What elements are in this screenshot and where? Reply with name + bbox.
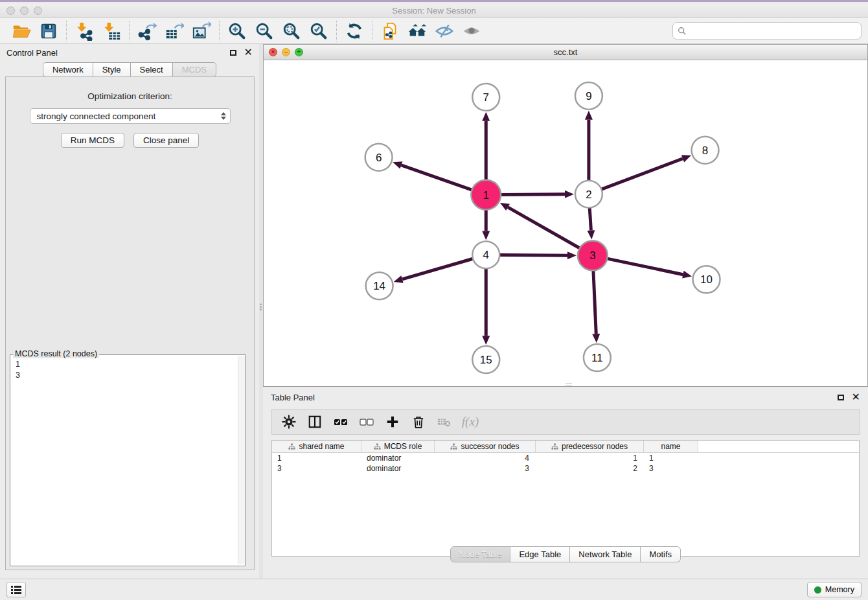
graph-node-8[interactable]: 8	[692, 137, 719, 164]
settings-gear-icon[interactable]	[277, 411, 301, 432]
frame-minimize-button[interactable]: –	[282, 48, 290, 56]
chevron-up-down-icon	[221, 112, 226, 120]
attribute-type-icon	[450, 443, 457, 450]
cell-shared-name[interactable]: 3	[272, 463, 361, 474]
graph-node-6[interactable]: 6	[365, 144, 393, 171]
hide-selected-eye-icon[interactable]	[431, 19, 458, 43]
optimization-criterion-dropdown[interactable]: strongly connected component	[30, 108, 231, 124]
control-panel: Control Panel ✕ Network Style Select MCD…	[0, 44, 259, 570]
network-frame-title: scc.txt	[554, 47, 578, 57]
cell-name[interactable]: 3	[644, 463, 698, 474]
graph-node-11[interactable]: 11	[584, 344, 611, 371]
tab-edge-table[interactable]: Edge Table	[510, 546, 570, 562]
table-row[interactable]: 3 dominator 3 2 3	[272, 463, 859, 474]
frame-maximize-button[interactable]: +	[295, 48, 303, 56]
task-history-button[interactable]	[6, 582, 26, 597]
cell-successor-nodes[interactable]: 3	[435, 463, 536, 474]
cell-predecessor-nodes[interactable]: 1	[536, 453, 644, 463]
graph-node-1[interactable]: 1	[471, 180, 501, 210]
result-scrollbar[interactable]	[238, 356, 245, 564]
split-panel-icon[interactable]	[303, 411, 326, 432]
network-canvas[interactable]: 7968124314101511	[264, 60, 867, 386]
graph-node-10[interactable]: 10	[693, 266, 720, 293]
memory-button[interactable]: Memory	[807, 582, 862, 597]
show-all-eye-icon[interactable]	[458, 19, 485, 43]
column-header-predecessor-nodes[interactable]: predecessor nodes	[536, 441, 644, 452]
zoom-out-icon[interactable]	[251, 19, 278, 43]
table-panel: Table Panel ✕	[263, 387, 868, 587]
mcds-result-list[interactable]: 1 3	[10, 355, 245, 566]
svg-text:10: 10	[700, 273, 713, 286]
unselect-all-columns-icon[interactable]	[355, 411, 378, 432]
zoom-selected-icon[interactable]	[305, 19, 332, 43]
close-panel-icon[interactable]: ✕	[852, 392, 860, 402]
cell-predecessor-nodes[interactable]: 2	[536, 463, 644, 474]
copy-style-icon[interactable]	[376, 19, 404, 43]
select-all-columns-icon[interactable]	[329, 411, 352, 432]
zoom-fit-icon[interactable]	[278, 19, 305, 43]
float-panel-icon[interactable]	[230, 50, 236, 56]
graph-node-2[interactable]: 2	[575, 181, 602, 208]
svg-text:6: 6	[376, 152, 382, 164]
close-panel-icon[interactable]: ✕	[244, 47, 253, 58]
network-canvas-svg[interactable]: 7968124314101511	[264, 60, 867, 386]
export-image-icon[interactable]	[188, 19, 215, 43]
table-row[interactable]: 1 dominator 4 1 1	[272, 453, 859, 463]
table-header-row: shared name MCDS role successor nodes pr…	[272, 441, 859, 453]
frame-window-controls: × – +	[269, 48, 303, 56]
save-icon[interactable]	[35, 19, 62, 43]
float-panel-icon[interactable]	[838, 395, 844, 400]
cell-successor-nodes[interactable]: 4	[435, 453, 536, 463]
function-builder-icon[interactable]: f(x)	[459, 411, 482, 432]
control-panel-header: Control Panel ✕	[0, 44, 259, 61]
main-area: Control Panel ✕ Network Style Select MCD…	[0, 44, 868, 579]
toolbar-separator	[336, 21, 337, 41]
window-title: Session: New Session	[0, 6, 868, 16]
graph-node-4[interactable]: 4	[472, 241, 499, 268]
first-neighbors-icon[interactable]	[404, 19, 431, 43]
run-mcds-button[interactable]: Run MCDS	[61, 133, 124, 148]
search-field[interactable]	[672, 22, 862, 40]
delete-table-icon[interactable]	[433, 411, 456, 432]
tab-motifs[interactable]: Motifs	[641, 546, 681, 562]
table-tabs: Node Table Edge Table Network Table Moti…	[263, 546, 868, 562]
search-icon	[678, 27, 687, 36]
close-panel-button[interactable]: Close panel	[133, 133, 199, 148]
graph-node-7[interactable]: 7	[472, 84, 499, 111]
graph-node-3[interactable]: 3	[578, 240, 608, 270]
tab-network-table[interactable]: Network Table	[570, 546, 641, 562]
tab-node-table[interactable]: Node Table	[450, 546, 511, 562]
tab-select[interactable]: Select	[131, 62, 173, 77]
column-header-mcds-role[interactable]: MCDS role	[361, 441, 435, 452]
fx-label: f(x)	[462, 415, 479, 429]
apply-layout-icon[interactable]	[341, 19, 368, 43]
graph-node-9[interactable]: 9	[575, 82, 602, 110]
open-folder-icon[interactable]	[8, 19, 35, 43]
tab-style[interactable]: Style	[93, 62, 131, 77]
cell-shared-name[interactable]: 1	[272, 453, 361, 463]
frame-close-button[interactable]: ×	[269, 48, 277, 56]
graph-node-14[interactable]: 14	[366, 272, 393, 299]
tab-network[interactable]: Network	[43, 62, 93, 77]
add-column-icon[interactable]	[381, 411, 404, 432]
export-table-icon[interactable]	[161, 19, 188, 43]
graph-node-15[interactable]: 15	[472, 346, 499, 373]
dropdown-selected-value: strongly connected component	[37, 111, 221, 121]
control-panel-tabs: Network Style Select MCDS	[0, 62, 259, 77]
delete-column-trash-icon[interactable]	[407, 411, 430, 432]
canvas-resize-grip[interactable]	[565, 383, 572, 386]
column-header-successor-nodes[interactable]: successor nodes	[435, 441, 536, 452]
search-input[interactable]	[690, 23, 861, 39]
svg-text:2: 2	[586, 189, 591, 201]
cell-mcds-role[interactable]: dominator	[361, 453, 435, 463]
import-table-icon[interactable]	[98, 19, 125, 43]
tab-mcds[interactable]: MCDS	[173, 62, 216, 77]
column-header-shared-name[interactable]: shared name	[272, 441, 361, 452]
import-network-icon[interactable]	[71, 19, 98, 43]
column-header-name[interactable]: name	[644, 441, 698, 452]
export-network-icon[interactable]	[133, 19, 161, 43]
svg-text:1: 1	[483, 189, 489, 202]
zoom-in-icon[interactable]	[223, 19, 251, 43]
cell-name[interactable]: 1	[644, 453, 698, 463]
cell-mcds-role[interactable]: dominator	[361, 463, 435, 474]
